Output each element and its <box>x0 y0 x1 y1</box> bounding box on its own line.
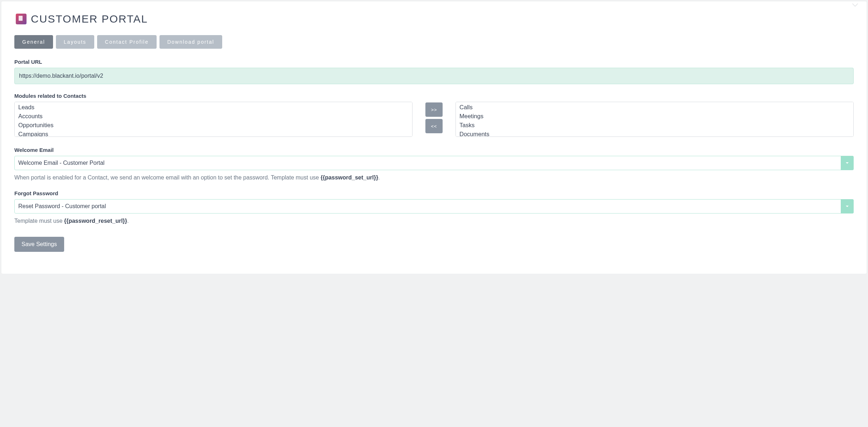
available-modules-wrap: Leads Accounts Opportunities Campaigns <box>14 102 412 137</box>
help-text-token: {{password_set_url}} <box>320 174 378 181</box>
list-item[interactable]: Accounts <box>15 112 412 121</box>
chevron-down-icon <box>852 3 858 7</box>
portal-url-value: https://demo.blackant.io/portal/v2 <box>14 68 854 84</box>
forgot-password-help: Template must use {{password_reset_url}}… <box>14 217 854 225</box>
tab-layouts[interactable]: Layouts <box>56 35 94 49</box>
tab-download-portal[interactable]: Download portal <box>159 35 222 49</box>
list-item[interactable]: Opportunities <box>15 121 412 130</box>
list-item[interactable]: Documents <box>456 130 853 137</box>
tab-general[interactable]: General <box>14 35 53 49</box>
help-text-prefix: Template must use <box>14 218 64 224</box>
help-text-suffix: . <box>378 174 380 181</box>
page-container: CUSTOMER PORTAL General Layouts Contact … <box>1 1 867 274</box>
selected-modules-wrap: Calls Meetings Tasks Documents <box>456 102 854 137</box>
forgot-password-select[interactable]: Reset Password - Customer portal <box>14 199 854 214</box>
forgot-password-label: Forgot Password <box>14 190 854 196</box>
portal-icon <box>16 14 27 24</box>
tab-contact-profile[interactable]: Contact Profile <box>97 35 157 49</box>
modules-label: Modules related to Contacts <box>14 93 854 99</box>
list-item[interactable]: Campaigns <box>15 130 412 137</box>
list-item[interactable]: Meetings <box>456 112 853 121</box>
portal-url-label: Portal URL <box>14 59 854 65</box>
help-text-suffix: . <box>127 218 129 224</box>
help-text-prefix: When portal is enabled for a Contact, we… <box>14 174 320 181</box>
welcome-email-select[interactable]: Welcome Email - Customer Portal <box>14 156 854 170</box>
list-item[interactable]: Tasks <box>456 121 853 130</box>
welcome-email-select-wrap: Welcome Email - Customer Portal <box>14 156 854 170</box>
collapse-caret[interactable] <box>851 1 859 8</box>
available-modules-listbox[interactable]: Leads Accounts Opportunities Campaigns <box>14 102 412 137</box>
welcome-email-label: Welcome Email <box>14 147 854 153</box>
welcome-email-group: Welcome Email Welcome Email - Customer P… <box>14 147 854 182</box>
list-item[interactable]: Leads <box>15 103 412 112</box>
forgot-password-select-wrap: Reset Password - Customer portal <box>14 199 854 214</box>
selected-modules-listbox[interactable]: Calls Meetings Tasks Documents <box>456 102 854 137</box>
forgot-password-group: Forgot Password Reset Password - Custome… <box>14 190 854 225</box>
list-item[interactable]: Calls <box>456 103 853 112</box>
move-right-button[interactable]: >> <box>425 102 443 117</box>
welcome-email-help: When portal is enabled for a Contact, we… <box>14 174 854 182</box>
save-settings-button[interactable]: Save Settings <box>14 237 64 252</box>
move-left-button[interactable]: << <box>425 119 443 133</box>
tabs: General Layouts Contact Profile Download… <box>14 35 854 49</box>
page-title: CUSTOMER PORTAL <box>31 13 148 25</box>
modules-row: Leads Accounts Opportunities Campaigns >… <box>14 102 854 137</box>
help-text-token: {{password_reset_url}} <box>64 218 127 224</box>
mover-buttons: >> << <box>425 102 443 133</box>
page-header: CUSTOMER PORTAL <box>16 13 854 25</box>
